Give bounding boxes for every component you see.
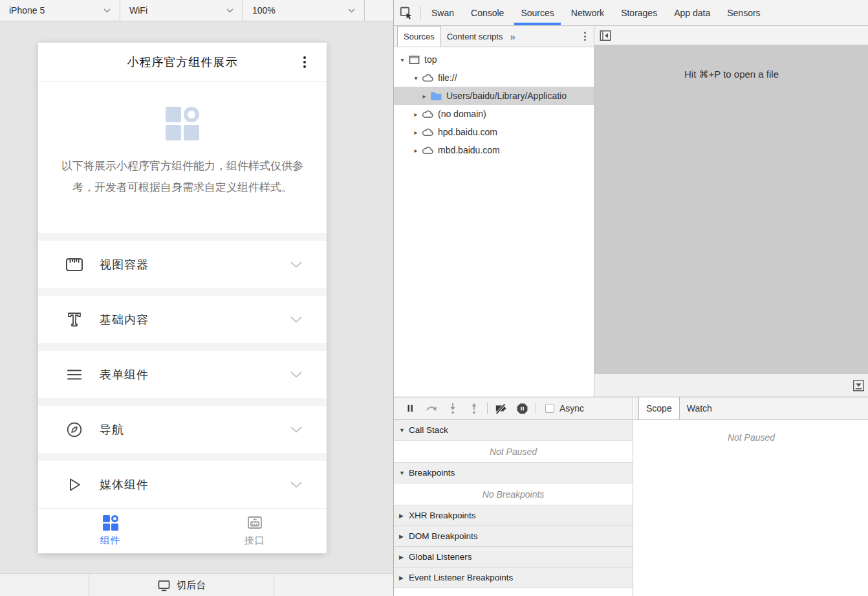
cloud-icon <box>420 73 435 82</box>
hide-navigator-button[interactable] <box>599 29 612 42</box>
tab-watch[interactable]: Watch <box>680 397 719 419</box>
section-arrow-icon: ▼ <box>399 427 409 434</box>
show-drawer-button[interactable] <box>852 379 865 392</box>
tree-item-label: (no domain) <box>438 109 486 119</box>
list-item-form-components[interactable]: 表单组件 <box>38 351 327 398</box>
cloud-icon <box>420 127 435 137</box>
devtools-tab-storages[interactable]: Storages <box>613 0 666 25</box>
intro-section: 以下将展示小程序官方组件能力，组件样式仅供参考，开发者可根据自身需求自定义组件样… <box>38 82 327 233</box>
tree-item-file-protocol[interactable]: ▾ file:// <box>394 69 594 87</box>
bottom-bar-section <box>274 574 393 596</box>
editor-empty-state: Hit ⌘+P to open a file <box>594 45 868 374</box>
expand-arrow-icon[interactable]: ▾ <box>398 56 407 63</box>
list-item-view-container[interactable]: 视图容器 <box>38 241 327 288</box>
list-item-basic-content[interactable]: 基础内容 <box>38 296 327 343</box>
tree-item-label: file:// <box>438 72 457 83</box>
section-title: XHR Breakpoints <box>409 511 476 520</box>
device-select[interactable]: iPhone 5 <box>0 0 120 21</box>
tree-item-label: hpd.baidu.com <box>438 127 497 137</box>
frame-icon <box>407 55 421 65</box>
chevron-down-icon <box>290 426 302 433</box>
devtools-panel: Swan Console Sources Network Storages Ap… <box>393 0 868 596</box>
tree-item-hpd-baidu[interactable]: ▸ hpd.baidu.com <box>394 123 594 141</box>
zoom-select[interactable]: 100% <box>243 0 365 21</box>
async-label: Async <box>559 403 584 414</box>
kebab-menu-icon[interactable] <box>584 32 586 41</box>
divider <box>38 233 327 241</box>
phone-preview: 小程序官方组件展示 以下将展示小程序官方组件能力，组件样式仅供参考，开发者可根据… <box>38 43 327 553</box>
deactivate-breakpoints-icon <box>494 402 508 415</box>
divider <box>38 453 327 461</box>
list-item-label: 视图容器 <box>100 257 149 272</box>
xhr-breakpoints-header[interactable]: ▶ XHR Breakpoints <box>394 505 633 526</box>
simulator-bottom-bar: 切后台 <box>0 573 393 596</box>
devtools-tab-console[interactable]: Console <box>462 0 512 25</box>
tab-api[interactable]: 接口 <box>182 509 327 553</box>
chevron-down-icon <box>103 8 111 13</box>
page-title: 小程序官方组件展示 <box>127 54 238 70</box>
tree-item-top[interactable]: ▾ top <box>394 50 594 69</box>
section-arrow-icon: ▶ <box>399 533 409 540</box>
monitor-icon <box>157 579 171 591</box>
pause-on-exceptions-button[interactable] <box>512 403 533 415</box>
step-into-button[interactable] <box>442 402 463 415</box>
dom-breakpoints-header[interactable]: ▶ DOM Breakpoints <box>394 526 633 547</box>
deactivate-breakpoints-button[interactable] <box>490 402 512 415</box>
tree-item-mbd-baidu[interactable]: ▸ mbd.baidu.com <box>394 141 594 159</box>
global-listeners-header[interactable]: ▶ Global Listeners <box>394 547 633 568</box>
divider <box>38 288 327 296</box>
expand-arrow-icon[interactable]: ▾ <box>411 74 420 82</box>
expand-arrow-icon[interactable]: ▸ <box>411 129 420 136</box>
intro-text: 以下将展示小程序官方组件能力，组件样式仅供参考，开发者可根据自身需求自定义组件样… <box>38 155 327 198</box>
tree-item-label: Users/baidu/Library/Applicatio <box>446 91 567 101</box>
chevron-down-icon <box>290 261 302 268</box>
expand-arrow-icon[interactable]: ▸ <box>420 93 429 100</box>
breakpoints-header[interactable]: ▼ Breakpoints <box>394 463 633 483</box>
device-toolbar: iPhone 5 WiFi 100% <box>0 0 393 21</box>
overflow-chevrons-icon[interactable]: » <box>510 31 515 42</box>
network-select[interactable]: WiFi <box>120 0 243 21</box>
inspect-cursor-icon <box>399 6 413 20</box>
navigator-tab-sources[interactable]: Sources <box>397 26 441 47</box>
devtools-tab-swan[interactable]: Swan <box>423 0 462 25</box>
expand-arrow-icon[interactable]: ▸ <box>411 147 420 154</box>
call-stack-header[interactable]: ▼ Call Stack <box>394 420 633 441</box>
background-switch-button[interactable]: 切后台 <box>89 574 274 596</box>
tree-item-no-domain[interactable]: ▸ (no domain) <box>394 105 594 123</box>
step-over-icon <box>425 403 438 414</box>
inspect-element-button[interactable] <box>394 0 418 25</box>
section-title: Breakpoints <box>409 468 455 478</box>
devtools-tab-network[interactable]: Network <box>563 0 613 25</box>
tree-item-users-folder[interactable]: ▸ Users/baidu/Library/Applicatio <box>394 87 594 105</box>
divider <box>536 403 536 414</box>
file-tree: ▾ top ▾ file:// ▸ Users/baidu/Library/Ap… <box>394 47 594 159</box>
navigator-tab-content-scripts[interactable]: Content scripts <box>441 26 509 47</box>
devtools-tab-sources[interactable]: Sources <box>512 0 562 25</box>
cloud-icon <box>420 109 435 118</box>
editor-toolbar <box>594 26 868 45</box>
scope-empty-text: Not Paused <box>728 432 775 443</box>
chevron-down-icon <box>290 316 302 323</box>
section-title: Event Listener Breakpoints <box>409 573 513 582</box>
tab-scope[interactable]: Scope <box>638 397 680 419</box>
expand-arrow-icon[interactable]: ▸ <box>411 111 420 118</box>
section-arrow-icon: ▼ <box>399 470 409 476</box>
section-title: Global Listeners <box>409 552 472 562</box>
tab-components[interactable]: 组件 <box>38 509 182 553</box>
step-out-icon <box>469 402 479 415</box>
step-over-button[interactable] <box>420 403 442 414</box>
debugger-sidebar: Async ▼ Call Stack Not Paused ▼ Breakpoi… <box>394 397 633 596</box>
event-listener-breakpoints-header[interactable]: ▶ Event Listener Breakpoints <box>394 568 633 588</box>
list-item-navigation[interactable]: 导航 <box>38 406 327 453</box>
network-select-value: WiFi <box>129 5 147 16</box>
devtools-tab-sensors[interactable]: Sensors <box>719 0 768 25</box>
list-item-media-components[interactable]: 媒体组件 <box>38 461 327 508</box>
kebab-menu-icon[interactable] <box>303 56 306 68</box>
pause-button[interactable] <box>399 403 420 414</box>
step-out-button[interactable] <box>463 402 484 415</box>
chevron-down-icon <box>290 481 302 488</box>
debugger-area: Async ▼ Call Stack Not Paused ▼ Breakpoi… <box>394 397 868 596</box>
list-item-label: 基础内容 <box>100 312 149 327</box>
devtools-tab-app-data[interactable]: App data <box>666 0 719 25</box>
async-checkbox[interactable] <box>545 404 554 413</box>
